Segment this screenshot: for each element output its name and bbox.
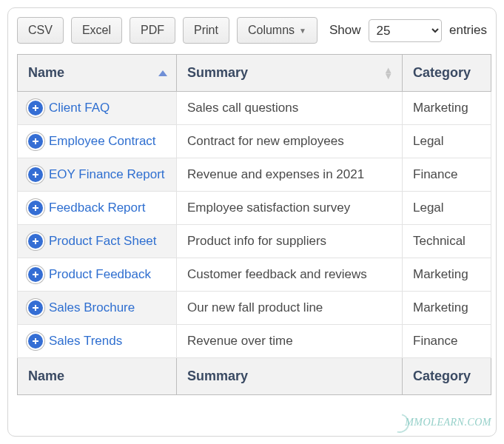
- toolbar: CSV Excel PDF Print Columns ▼ Show 25 en…: [17, 17, 487, 44]
- column-header-name[interactable]: Name: [18, 55, 177, 92]
- sort-icon: ▲▼: [383, 67, 393, 79]
- plus-icon: [32, 104, 39, 112]
- plus-icon: [32, 204, 39, 212]
- svg-rect-9: [33, 240, 38, 242]
- plus-icon: [32, 138, 39, 145]
- table-row: Product Fact SheetProduct info for suppl…: [18, 225, 491, 258]
- entries-label: entries: [449, 23, 487, 38]
- expand-row-button[interactable]: [28, 101, 43, 115]
- column-header-category[interactable]: Category: [403, 55, 491, 92]
- columns-button-label: Columns: [248, 24, 295, 37]
- expand-row-button[interactable]: [28, 300, 43, 315]
- print-button[interactable]: Print: [183, 17, 229, 44]
- table-row: Product FeedbackCustomer feedback and re…: [18, 258, 491, 292]
- row-name-link[interactable]: Feedback Report: [49, 201, 145, 215]
- watermark: MMOLEARN.COM: [390, 414, 491, 433]
- sort-asc-icon: [158, 70, 167, 76]
- export-csv-button[interactable]: CSV: [17, 17, 64, 44]
- columns-visibility-button[interactable]: Columns ▼: [237, 17, 317, 44]
- table-row: Sales BrochureOur new fall product lineM…: [18, 292, 491, 325]
- expand-row-button[interactable]: [28, 334, 43, 349]
- svg-rect-7: [33, 207, 38, 209]
- caret-down-icon: ▼: [299, 27, 306, 35]
- expand-row-button[interactable]: [28, 267, 43, 282]
- column-header-summary-label: Summary: [187, 65, 248, 80]
- data-table: Name Summary ▲▼ Category Client FAQSales…: [17, 54, 491, 395]
- row-category: Finance: [403, 325, 491, 358]
- row-name-link[interactable]: Sales Brochure: [49, 300, 135, 315]
- row-summary: Revenue over time: [177, 325, 403, 358]
- column-header-summary[interactable]: Summary ▲▼: [177, 55, 403, 92]
- export-pdf-button[interactable]: PDF: [130, 17, 175, 44]
- row-category: Marketing: [403, 258, 491, 292]
- column-header-category-label: Category: [413, 65, 471, 80]
- row-category: Legal: [403, 125, 491, 158]
- svg-rect-15: [33, 340, 38, 342]
- table-row: EOY Finance ReportRevenue and expenses i…: [18, 158, 491, 192]
- show-label: Show: [329, 23, 361, 38]
- row-category: Technical: [403, 225, 491, 258]
- row-name-link[interactable]: Employee Contract: [49, 134, 156, 149]
- row-category: Finance: [403, 158, 491, 192]
- row-name-link[interactable]: EOY Finance Report: [49, 167, 165, 182]
- svg-rect-13: [33, 307, 38, 309]
- datatable-panel: CSV Excel PDF Print Columns ▼ Show 25 en…: [7, 7, 497, 437]
- row-name-link[interactable]: Client FAQ: [49, 101, 110, 115]
- plus-icon: [32, 171, 39, 178]
- svg-rect-5: [33, 174, 38, 175]
- column-header-name-label: Name: [28, 65, 64, 80]
- svg-rect-1: [33, 107, 38, 109]
- column-footer-summary: Summary: [177, 358, 403, 395]
- expand-row-button[interactable]: [28, 134, 43, 149]
- column-footer-name: Name: [18, 358, 177, 395]
- expand-row-button[interactable]: [28, 167, 43, 182]
- svg-rect-3: [33, 141, 38, 142]
- plus-icon: [32, 337, 39, 345]
- table-row: Feedback ReportEmployee satisfaction sur…: [18, 192, 491, 225]
- row-name-link[interactable]: Product Fact Sheet: [49, 234, 157, 249]
- plus-icon: [32, 238, 39, 245]
- row-name-link[interactable]: Sales Trends: [49, 334, 122, 349]
- table-row: Employee ContractContract for new employ…: [18, 125, 491, 158]
- plus-icon: [32, 304, 39, 312]
- row-category: Marketing: [403, 292, 491, 325]
- row-summary: Sales call questions: [177, 92, 403, 125]
- row-summary: Product info for suppliers: [177, 225, 403, 258]
- row-name-link[interactable]: Product Feedback: [49, 267, 151, 282]
- export-excel-button[interactable]: Excel: [71, 17, 122, 44]
- row-summary: Employee satisfaction survey: [177, 192, 403, 225]
- page-length-select[interactable]: 25: [369, 19, 442, 42]
- row-category: Marketing: [403, 92, 491, 125]
- table-row: Client FAQSales call questionsMarketing: [18, 92, 491, 125]
- expand-row-button[interactable]: [28, 234, 43, 249]
- row-summary: Customer feedback and reviews: [177, 258, 403, 292]
- svg-rect-11: [33, 274, 38, 275]
- row-category: Legal: [403, 192, 491, 225]
- row-summary: Our new fall product line: [177, 292, 403, 325]
- column-footer-category: Category: [403, 358, 491, 395]
- row-summary: Revenue and expenses in 2021: [177, 158, 403, 192]
- row-summary: Contract for new employees: [177, 125, 403, 158]
- table-row: Sales TrendsRevenue over timeFinance: [18, 325, 491, 358]
- plus-icon: [32, 271, 39, 278]
- expand-row-button[interactable]: [28, 201, 43, 215]
